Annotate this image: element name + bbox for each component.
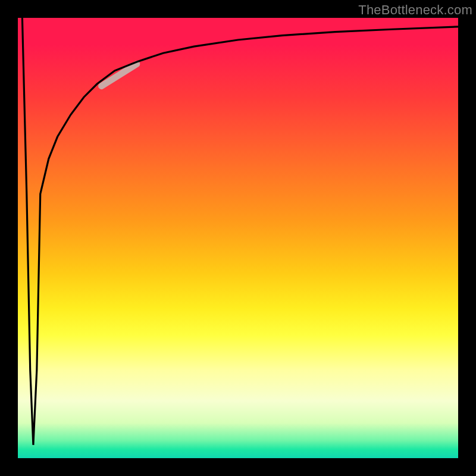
plot-area <box>18 18 458 458</box>
watermark-text: TheBottleneck.com <box>358 2 472 18</box>
chart-stage: TheBottleneck.com <box>0 0 476 476</box>
curve-layer <box>18 18 458 458</box>
highlight-segment <box>102 64 137 86</box>
main-curve <box>22 18 458 445</box>
